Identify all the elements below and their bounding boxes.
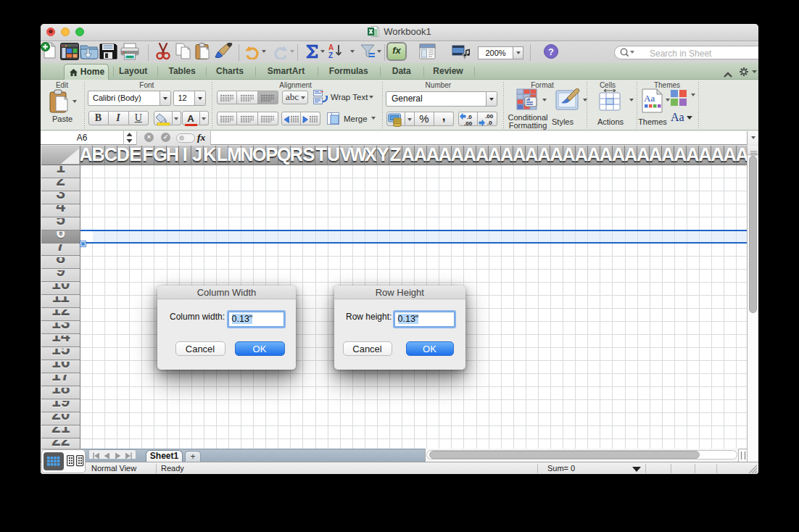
svg-text:A: A: [328, 43, 334, 51]
svg-text:.00: .00: [464, 120, 473, 127]
svg-text:Z: Z: [328, 51, 333, 59]
svg-text:.0: .0: [467, 114, 472, 120]
svg-text:.00: .00: [485, 113, 494, 120]
svg-text:Aa: Aa: [644, 93, 655, 104]
svg-text:.0: .0: [487, 120, 492, 126]
svg-text:?: ?: [548, 46, 554, 57]
